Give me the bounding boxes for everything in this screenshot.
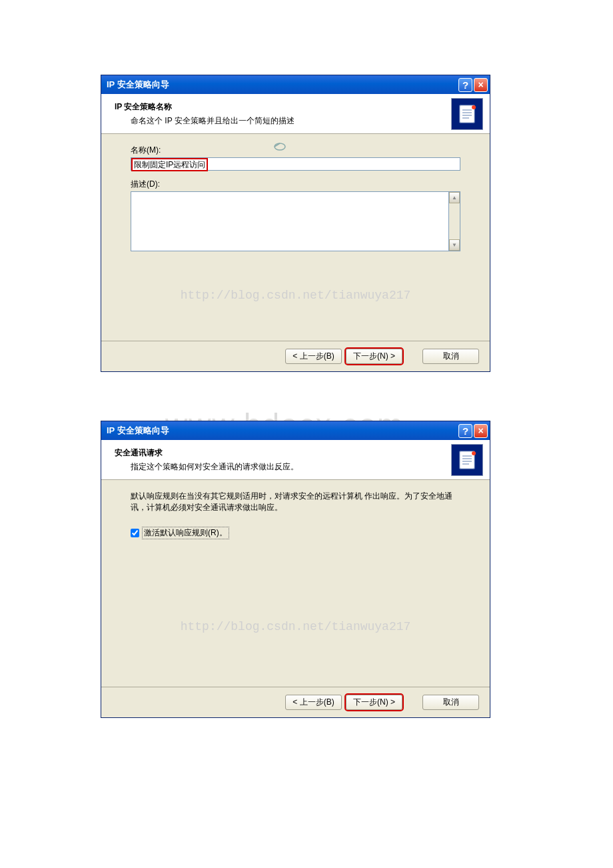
- help-button[interactable]: ?: [458, 78, 472, 92]
- name-value-highlight: 限制固定IP远程访问: [131, 158, 208, 171]
- next-button[interactable]: 下一步(N) >: [346, 349, 402, 364]
- activate-default-rule-checkbox[interactable]: [131, 529, 139, 537]
- close-button[interactable]: ×: [474, 78, 488, 92]
- help-button[interactable]: ?: [458, 424, 472, 438]
- titlebar-text: IP 安全策略向导: [107, 79, 458, 91]
- next-button[interactable]: 下一步(N) >: [346, 695, 402, 710]
- cancel-button[interactable]: 取消: [422, 695, 479, 710]
- body-text: 默认响应规则在当没有其它规则适用时，对请求安全的远程计算机 作出响应。为了安全地…: [131, 491, 460, 513]
- svg-point-12: [472, 451, 476, 455]
- header-title: 安全通讯请求: [115, 447, 451, 459]
- ip-security-wizard-request-dialog: IP 安全策略向导 ? × 安全通讯请求 指定这个策略如何对安全通讯的请求做出反…: [101, 421, 490, 718]
- dialog-content: 名称(M): 限制固定IP远程访问 描述(D): ▲ ▼ http://blog…: [101, 134, 490, 341]
- cancel-button[interactable]: 取消: [422, 349, 479, 364]
- titlebar[interactable]: IP 安全策略向导 ? ×: [101, 75, 490, 94]
- name-label: 名称(M):: [131, 145, 460, 156]
- ip-security-wizard-name-dialog: IP 安全策略向导 ? × IP 安全策略名称 命名这个 IP 安全策略并且给出…: [101, 75, 490, 372]
- dialog-header: 安全通讯请求 指定这个策略如何对安全通讯的请求做出反应。: [101, 440, 490, 480]
- textarea-scrollbar[interactable]: ▲ ▼: [449, 191, 460, 251]
- dialog-header: IP 安全策略名称 命名这个 IP 安全策略并且给出一个简短的描述: [101, 94, 490, 134]
- titlebar-text: IP 安全策略向导: [107, 425, 458, 437]
- cursor-icon: [273, 139, 288, 151]
- description-textarea[interactable]: [131, 191, 449, 251]
- checkbox-label: 激活默认响应规则(R)。: [142, 527, 229, 539]
- header-subtitle: 指定这个策略如何对安全通讯的请求做出反应。: [115, 461, 451, 473]
- scroll-up-icon[interactable]: ▲: [449, 192, 460, 203]
- watermark-url: http://blog.csdn.net/tianwuya217: [181, 620, 411, 633]
- header-subtitle: 命名这个 IP 安全策略并且给出一个简短的描述: [115, 115, 451, 127]
- desc-label: 描述(D):: [131, 179, 460, 190]
- svg-point-6: [275, 143, 285, 150]
- header-title: IP 安全策略名称: [115, 101, 451, 113]
- watermark-url: http://blog.csdn.net/tianwuya217: [181, 289, 411, 302]
- back-button[interactable]: < 上一步(B): [285, 695, 342, 710]
- dialog-footer: < 上一步(B) 下一步(N) > 取消: [101, 687, 490, 717]
- back-button[interactable]: < 上一步(B): [285, 349, 342, 364]
- close-button[interactable]: ×: [474, 424, 488, 438]
- policy-icon: [451, 98, 483, 130]
- policy-icon: [451, 444, 483, 476]
- svg-point-5: [472, 105, 476, 109]
- name-input[interactable]: 限制固定IP远程访问: [131, 157, 460, 171]
- dialog-content: 默认响应规则在当没有其它规则适用时，对请求安全的远程计算机 作出响应。为了安全地…: [101, 480, 490, 687]
- scroll-down-icon[interactable]: ▼: [449, 239, 460, 251]
- dialog-footer: < 上一步(B) 下一步(N) > 取消: [101, 341, 490, 371]
- titlebar[interactable]: IP 安全策略向导 ? ×: [101, 421, 490, 440]
